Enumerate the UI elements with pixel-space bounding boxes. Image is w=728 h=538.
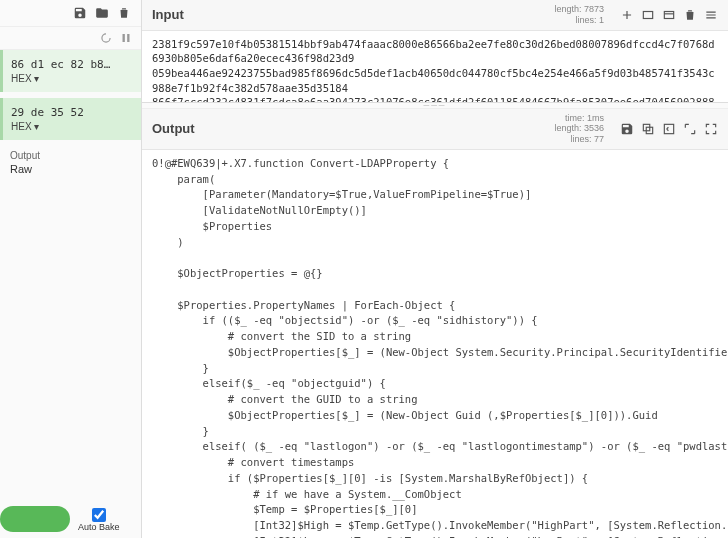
operation-title: 86 d1 ec 82 b8… — [11, 58, 135, 71]
output-format-label: Output — [10, 150, 131, 161]
input-title: Input — [152, 7, 184, 22]
save-icon[interactable] — [73, 6, 87, 20]
list-icon[interactable] — [704, 8, 718, 22]
fullscreen-icon[interactable] — [704, 122, 718, 136]
output-meta: time: 1ms length: 3536 lines: 77 — [554, 113, 604, 145]
sidebar: 86 d1 ec 82 b8… HEX ▾ 29 de 35 52 HEX ▾ … — [0, 0, 142, 538]
svg-rect-1 — [664, 11, 673, 18]
operation-title: 29 de 35 52 — [11, 106, 135, 119]
maximise-icon[interactable] — [683, 122, 697, 136]
input-header: Input length: 7873 lines: 1 — [142, 0, 728, 31]
svg-rect-4 — [664, 124, 673, 133]
auto-bake-checkbox[interactable] — [92, 508, 106, 522]
output-textarea[interactable]: 0!@#EWQ639|+.X7.function Convert-LDAPPro… — [142, 150, 728, 538]
output-title: Output — [152, 121, 195, 136]
input-textarea[interactable]: 2381f9c597e10f4b05381514bbf9ab474faaac80… — [142, 31, 728, 103]
operation-format[interactable]: HEX ▾ — [11, 73, 135, 84]
replace-input-icon[interactable] — [662, 122, 676, 136]
output-format-value[interactable]: Raw — [10, 161, 131, 177]
clear-input-icon[interactable] — [683, 8, 697, 22]
operation-format[interactable]: HEX ▾ — [11, 121, 135, 132]
auto-bake-toggle[interactable]: Auto Bake — [78, 508, 120, 532]
pause-icon[interactable] — [119, 31, 133, 45]
copy-output-icon[interactable] — [641, 122, 655, 136]
open-folder-icon[interactable] — [641, 8, 655, 22]
input-meta: length: 7873 lines: 1 — [554, 4, 604, 26]
save-output-icon[interactable] — [620, 122, 634, 136]
op-controls — [0, 27, 141, 50]
open-file-icon[interactable] — [662, 8, 676, 22]
recipe-toolbar — [0, 0, 141, 27]
trash-icon[interactable] — [117, 6, 131, 20]
add-input-icon[interactable] — [620, 8, 634, 22]
folder-icon[interactable] — [95, 6, 109, 20]
operation-block[interactable]: 29 de 35 52 HEX ▾ — [0, 98, 141, 140]
operation-block[interactable]: 86 d1 ec 82 b8… HEX ▾ — [0, 50, 141, 92]
output-format-box: Output Raw — [10, 150, 131, 177]
step-icon[interactable] — [99, 31, 113, 45]
main-area: Input length: 7873 lines: 1 2381f9c597e1… — [142, 0, 728, 538]
output-header: Output time: 1ms length: 3536 lines: 77 — [142, 109, 728, 150]
svg-rect-0 — [643, 11, 652, 18]
bake-button[interactable] — [0, 506, 70, 532]
